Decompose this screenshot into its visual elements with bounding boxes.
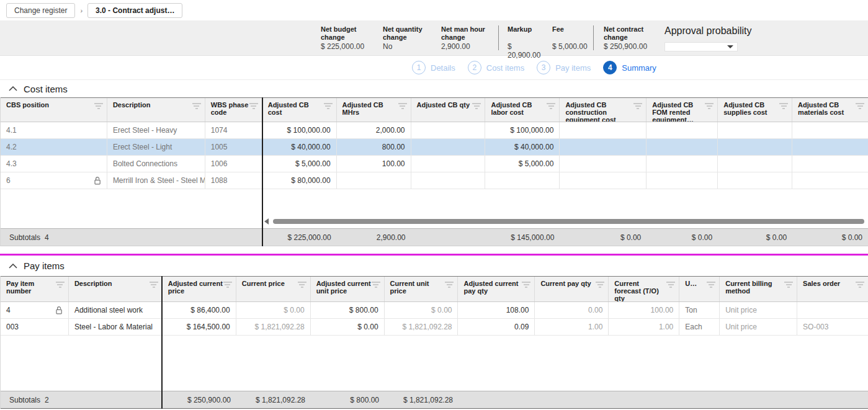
filter-icon[interactable] [784,282,793,289]
cell-current-price[interactable]: $ 1,821,092.28 [236,319,311,335]
cell-adjusted-cb-materials-cost[interactable] [792,122,868,138]
column-header-adjusted-cb-construction-equipment-cost[interactable]: Adjusted CB construction equipment cost [560,98,647,122]
column-header-current-pay-qty[interactable]: Current pay qty [535,277,609,301]
filter-icon[interactable] [856,103,864,110]
collapse-chevron-up-icon[interactable] [9,264,17,269]
cell-adjusted-cb-construction-equipment-cost[interactable] [560,172,647,189]
column-header-adjusted-cb-materials-cost[interactable]: Adjusted CB materials cost [792,98,868,122]
filter-icon[interactable] [94,103,103,110]
filter-icon[interactable] [705,103,714,110]
column-header-adjusted-cb-qty[interactable]: Adjusted CB qty [411,98,486,122]
cell-pay-item-number[interactable]: 003 [1,319,69,335]
cell-cbs-position[interactable]: 4.3 [1,156,107,172]
cell-current-unit-price[interactable]: $ 1,821,092.28 [385,319,459,335]
cell-adjusted-cb-materials-cost[interactable] [792,172,868,189]
step-details[interactable]: 1 Details [412,61,455,74]
table-row-selected[interactable]: 4.2 Erect Steel - Light 1005 $ 40,000.00… [1,139,868,156]
cell-wbs-phase-code[interactable]: 1074 [205,122,262,138]
cell-adjusted-cb-qty[interactable] [411,156,486,172]
cell-adjusted-cb-supplies-cost[interactable] [718,156,792,172]
column-header-pay-item-number[interactable]: Pay item number [1,277,69,301]
cell-cbs-position[interactable]: 4.1 [1,122,107,138]
cell-adjusted-current-pay-qty[interactable]: 0.09 [458,319,535,335]
column-header-adjusted-cb-mhrs[interactable]: Adjusted CB MHrs [337,98,411,122]
column-header-uom[interactable]: U… [679,277,720,301]
cell-adjusted-current-price[interactable]: $ 86,400.00 [163,302,236,318]
cell-wbs-phase-code[interactable]: 1005 [205,139,262,155]
cell-description[interactable]: Erect Steel - Heavy [107,122,205,138]
column-header-sales-order[interactable]: Sales order [797,277,868,301]
cell-description[interactable]: Steel - Labor & Material [69,319,163,335]
breadcrumb-change-register-button[interactable]: Change register [6,3,75,18]
cell-adjusted-current-pay-qty[interactable]: 108.00 [458,302,535,318]
cell-adjusted-current-unit-price[interactable]: $ 0.00 [311,319,385,335]
column-header-current-unit-price[interactable]: Current unit price [385,277,459,301]
table-row[interactable]: 4.3 Bolted Connections 1006 $ 5,000.00 1… [1,156,868,172]
cell-current-billing-method[interactable]: Unit price [720,302,797,318]
cell-adjusted-cb-construction-equipment-cost[interactable] [560,139,647,155]
table-row[interactable]: 4.1 Erect Steel - Heavy 1074 $ 100,000.0… [1,122,868,139]
breadcrumb-contract-adjust-button[interactable]: 3.0 - Contract adjust… [87,3,182,18]
filter-icon[interactable] [707,282,715,289]
scrollbar-thumb[interactable] [273,219,864,224]
cell-adjusted-cb-supplies-cost[interactable] [718,122,792,138]
cell-description[interactable]: Erect Steel - Light [107,139,205,155]
cell-pay-item-number[interactable]: 4 [1,302,69,318]
step-pay-items[interactable]: 3 Pay items [537,61,591,74]
cell-adjusted-cb-construction-equipment-cost[interactable] [560,122,647,138]
filter-icon[interactable] [192,103,201,110]
cell-sales-order[interactable]: SO-003 [797,319,868,335]
cell-adjusted-cb-qty[interactable] [411,122,486,138]
cell-uom[interactable]: Ton [679,302,720,318]
cell-adjusted-cb-cost[interactable]: $ 5,000.00 [262,156,337,172]
cell-adjusted-current-unit-price[interactable]: $ 800.00 [311,302,385,318]
cell-adjusted-cb-cost[interactable]: $ 40,000.00 [262,139,337,155]
cell-adjusted-cb-fom-rented-equipment[interactable] [647,122,718,138]
filter-icon[interactable] [150,282,158,289]
step-summary-active[interactable]: 4 Summary [603,61,656,74]
cell-adjusted-cb-supplies-cost[interactable] [718,139,792,155]
cell-adjusted-cb-materials-cost[interactable] [792,139,868,155]
cell-adjusted-cb-mhrs[interactable]: 800.00 [337,139,411,155]
approval-probability-dropdown[interactable] [664,42,738,51]
cell-wbs-phase-code[interactable]: 1006 [205,156,262,172]
column-header-description[interactable]: Description [69,277,163,301]
cell-adjusted-cb-supplies-cost[interactable] [718,172,792,189]
cell-adjusted-cb-qty[interactable] [411,139,486,155]
column-header-wbs-phase-code[interactable]: WBS phase code [205,98,262,122]
cell-description[interactable]: Additional steel work [69,302,163,318]
horizontal-scrollbar[interactable] [264,218,864,225]
table-row[interactable]: 003 Steel - Labor & Material $ 164,500.0… [1,319,868,336]
filter-icon[interactable] [633,103,642,110]
column-header-adjusted-cb-fom-rented-equipment[interactable]: Adjusted CB FOM rented equipment… [647,98,718,122]
filter-icon[interactable] [522,282,530,289]
filter-icon[interactable] [223,282,232,289]
cell-wbs-phase-code[interactable]: 1088 [205,172,262,189]
column-header-current-billing-method[interactable]: Current billing method [720,277,797,301]
column-header-cbs-position[interactable]: CBS position [1,98,107,122]
cell-current-pay-qty[interactable]: 0.00 [535,302,609,318]
column-header-current-price[interactable]: Current price [236,277,311,301]
filter-icon[interactable] [779,103,788,110]
filter-icon[interactable] [56,282,65,289]
cell-current-unit-price[interactable]: $ 0.00 [385,302,459,318]
cell-adjusted-cb-cost[interactable]: $ 80,000.00 [262,172,337,189]
filter-icon[interactable] [298,282,306,289]
collapse-chevron-up-icon[interactable] [9,86,17,91]
cell-adjusted-cb-cost[interactable]: $ 100,000.00 [262,122,337,138]
filter-icon[interactable] [596,282,604,289]
cell-current-price[interactable]: $ 0.00 [236,302,311,318]
scroll-left-arrow-icon[interactable] [264,218,269,225]
cell-adjusted-cb-fom-rented-equipment[interactable] [647,156,718,172]
cell-adjusted-cb-construction-equipment-cost[interactable] [560,156,647,172]
table-row[interactable]: 4 Additional steel work $ 86,400.00 $ 0.… [1,302,868,319]
cell-adjusted-cb-fom-rented-equipment[interactable] [647,172,718,189]
cell-uom[interactable]: Each [679,319,720,335]
filter-icon[interactable] [666,282,675,289]
cell-adjusted-cb-materials-cost[interactable] [792,156,868,172]
cell-adjusted-current-price[interactable]: $ 164,500.00 [163,319,236,335]
column-header-current-forecast-to-qty[interactable]: Current forecast (T/O) qty [609,277,679,301]
column-header-adjusted-cb-labor-cost[interactable]: Adjusted CB labor cost [485,98,560,122]
cell-adjusted-cb-mhrs[interactable]: 2,000.00 [337,122,411,138]
cell-current-pay-qty[interactable]: 1.00 [535,319,609,335]
